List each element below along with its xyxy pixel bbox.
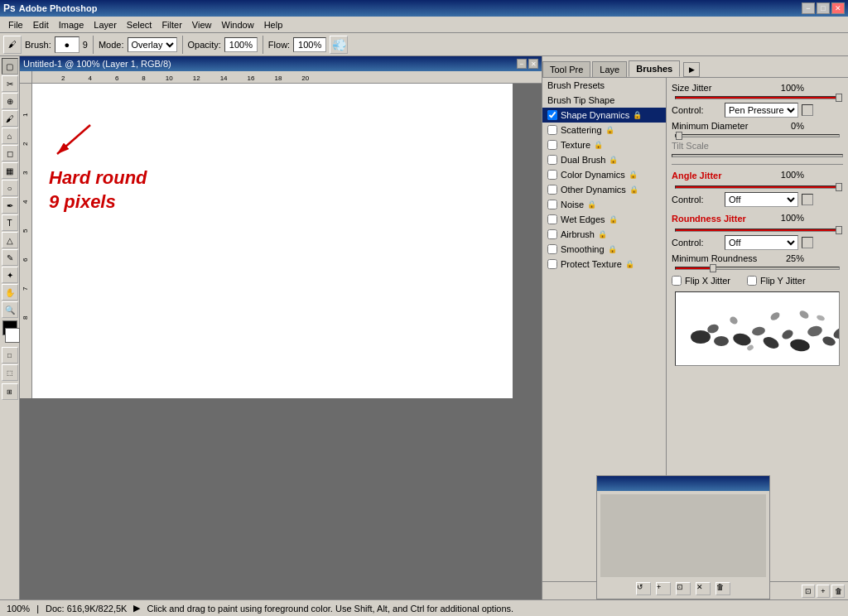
brush-list-item-presets[interactable]: Brush Presets xyxy=(542,78,666,93)
brush-list-item-noise[interactable]: Noise 🔒 xyxy=(542,197,666,212)
path-tool[interactable]: △ xyxy=(2,232,18,248)
brush-list-item-airbrush[interactable]: Airbrush 🔒 xyxy=(542,227,666,242)
canvas[interactable]: Hard round 9 pixels xyxy=(32,84,513,398)
notes-tool[interactable]: ✎ xyxy=(2,249,18,266)
brush-preview-icon[interactable]: ● xyxy=(55,36,80,53)
quick-mask-off[interactable]: □ xyxy=(2,347,18,363)
roundness-control-label: Control: xyxy=(672,238,721,248)
tab-layers[interactable]: Laye xyxy=(592,61,627,77)
protect-texture-checkbox[interactable] xyxy=(547,259,557,269)
tab-tool-presets[interactable]: Tool Pre xyxy=(542,61,590,77)
hand-tool[interactable]: ✋ xyxy=(2,284,18,301)
airbrush-icon[interactable]: 💨 xyxy=(330,36,348,54)
brush-list-item-wet[interactable]: Wet Edges 🔒 xyxy=(542,212,666,227)
other-dynamics-checkbox[interactable] xyxy=(547,185,557,195)
size-control-input[interactable] xyxy=(802,104,813,116)
dual-brush-label: Dual Brush xyxy=(561,155,605,165)
zoom-tool[interactable]: 🔍 xyxy=(2,301,18,318)
healing-tool[interactable]: ⊕ xyxy=(2,93,18,109)
brush-list-item-shape[interactable]: Shape Dynamics 🔒 xyxy=(542,108,666,123)
second-panel-btn-3[interactable]: ⊡ xyxy=(676,582,691,595)
menu-window[interactable]: Window xyxy=(217,18,259,31)
close-button[interactable]: ✕ xyxy=(831,2,845,14)
quick-mask-on[interactable]: ⬚ xyxy=(2,364,18,381)
crop-tool[interactable]: ✂ xyxy=(2,75,18,92)
document-window: Untitled-1 @ 100% (Layer 1, RGB/8) − ✕ 2… xyxy=(20,56,542,599)
dodge-tool[interactable]: ○ xyxy=(2,180,18,196)
dual-brush-checkbox[interactable] xyxy=(547,155,557,165)
selection-tool[interactable]: ▢ xyxy=(2,58,18,75)
angle-control-input[interactable] xyxy=(802,194,813,205)
panel-new-btn[interactable]: + xyxy=(817,585,830,598)
wet-edges-checkbox[interactable] xyxy=(547,214,557,224)
window-controls[interactable]: − □ ✕ xyxy=(802,2,845,14)
eraser-tool[interactable]: ◻ xyxy=(2,145,18,161)
brush-list-item-color[interactable]: Color Dynamics 🔒 xyxy=(542,167,666,182)
roundness-jitter-slider[interactable] xyxy=(675,229,840,232)
noise-checkbox[interactable] xyxy=(547,200,557,209)
min-roundness-slider[interactable] xyxy=(675,267,840,270)
gradient-tool[interactable]: ▦ xyxy=(2,162,18,179)
second-panel-title xyxy=(597,476,769,491)
eyedropper-tool[interactable]: ✦ xyxy=(2,267,18,283)
tab-brushes[interactable]: Brushes xyxy=(629,60,680,77)
menu-select[interactable]: Select xyxy=(122,18,157,31)
roundness-control-input[interactable] xyxy=(802,237,813,248)
minimize-button[interactable]: − xyxy=(802,2,815,14)
doc-minimize[interactable]: − xyxy=(517,59,527,69)
svg-point-20 xyxy=(769,310,781,321)
smoothing-checkbox[interactable] xyxy=(547,244,557,254)
scattering-checkbox[interactable] xyxy=(547,125,557,135)
background-color[interactable] xyxy=(5,328,20,343)
airbrush-checkbox[interactable] xyxy=(547,229,557,239)
angle-control-select[interactable]: Off Pen Pressure xyxy=(725,192,798,207)
brush-list-item-dual[interactable]: Dual Brush 🔒 xyxy=(542,152,666,167)
text-tool[interactable]: T xyxy=(2,214,18,231)
wet-edges-label: Wet Edges xyxy=(561,214,605,224)
menu-edit[interactable]: Edit xyxy=(28,18,54,31)
flow-input[interactable] xyxy=(293,37,326,52)
menu-file[interactable]: File xyxy=(3,18,28,31)
mode-select[interactable]: Overlay xyxy=(128,37,177,52)
brush-list-item-other[interactable]: Other Dynamics 🔒 xyxy=(542,182,666,197)
brush-list-item-protect[interactable]: Protect Texture 🔒 xyxy=(542,257,666,272)
brush-tool-icon[interactable]: 🖌 xyxy=(3,36,22,54)
doc-close[interactable]: ✕ xyxy=(528,59,538,69)
texture-checkbox[interactable] xyxy=(547,140,557,150)
panel-delete-btn[interactable]: 🗑 xyxy=(831,585,845,598)
second-panel-btn-2[interactable]: + xyxy=(656,582,671,595)
second-panel-btn-5[interactable]: 🗑 xyxy=(716,582,730,595)
menu-layer[interactable]: Layer xyxy=(89,18,122,31)
screen-mode[interactable]: ⊞ xyxy=(2,383,18,400)
menu-help[interactable]: Help xyxy=(259,18,288,31)
menu-image[interactable]: Image xyxy=(54,18,89,31)
size-control-select[interactable]: Pen Pressure Off Pen Tilt xyxy=(725,103,798,118)
brush-list-item-scatter[interactable]: Scattering 🔒 xyxy=(542,123,666,137)
brush-list-item-tip[interactable]: Brush Tip Shape xyxy=(542,93,666,108)
clone-tool[interactable]: ⌂ xyxy=(2,128,18,144)
panel-options-btn[interactable]: ⊡ xyxy=(802,585,815,598)
shape-dynamics-checkbox[interactable] xyxy=(547,110,557,120)
size-jitter-slider[interactable] xyxy=(675,96,840,99)
tilt-scale-slider[interactable] xyxy=(672,154,843,157)
flip-y-checkbox[interactable] xyxy=(747,276,757,286)
flip-x-checkbox[interactable] xyxy=(672,276,682,286)
color-dynamics-checkbox[interactable] xyxy=(547,170,557,180)
brush-tool[interactable]: 🖌 xyxy=(2,110,18,127)
second-floating-panel: ↺ + ⊡ ✕ 🗑 xyxy=(596,475,770,599)
second-panel-btn-4[interactable]: ✕ xyxy=(696,582,711,595)
panel-menu-icon[interactable]: ▶ xyxy=(683,62,700,77)
ruler-vertical: 1 2 3 4 5 6 7 8 xyxy=(20,84,32,398)
restore-button[interactable]: □ xyxy=(817,2,830,14)
second-panel-content xyxy=(600,494,766,577)
pen-tool[interactable]: ✒ xyxy=(2,197,18,214)
menu-view[interactable]: View xyxy=(187,18,217,31)
second-panel-btn-1[interactable]: ↺ xyxy=(636,582,651,595)
roundness-control-select[interactable]: Off Pen Pressure xyxy=(725,235,798,250)
angle-jitter-slider[interactable] xyxy=(675,185,840,189)
min-diameter-slider[interactable] xyxy=(675,134,840,137)
menu-filter[interactable]: Filter xyxy=(157,18,186,31)
opacity-input[interactable] xyxy=(224,37,258,52)
brush-list-item-smoothing[interactable]: Smoothing 🔒 xyxy=(542,242,666,257)
brush-list-item-texture[interactable]: Texture 🔒 xyxy=(542,137,666,152)
